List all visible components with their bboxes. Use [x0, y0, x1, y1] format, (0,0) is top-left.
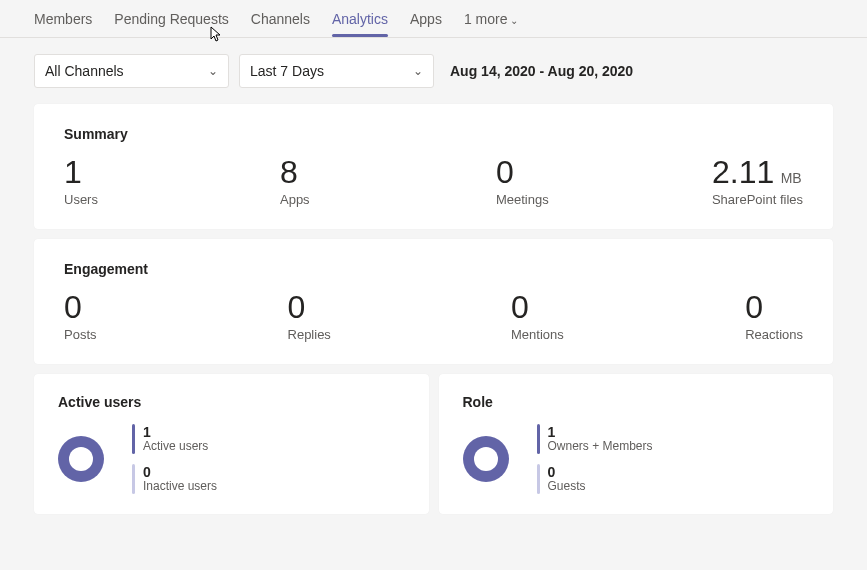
legend-active-label: Active users	[143, 440, 208, 454]
legend-owners-label: Owners + Members	[548, 440, 653, 454]
stat-files-label: SharePoint files	[712, 192, 803, 207]
stat-users-value: 1	[64, 156, 280, 188]
legend-inactive-value: 0	[143, 464, 217, 480]
active-users-card: Active users 1 Active users 0	[34, 374, 429, 514]
date-range-label: Aug 14, 2020 - Aug 20, 2020	[450, 63, 633, 79]
role-card: Role 1 Owners + Members 0	[439, 374, 834, 514]
stat-reactions-label: Reactions	[745, 327, 803, 342]
legend-color-primary	[132, 424, 135, 454]
period-select-value: Last 7 Days	[250, 63, 324, 79]
active-users-donut-chart	[58, 436, 104, 482]
legend-guests-label: Guests	[548, 480, 586, 494]
tab-members[interactable]: Members	[34, 11, 92, 36]
legend-active-value: 1	[143, 424, 208, 440]
channel-select[interactable]: All Channels ⌄	[34, 54, 229, 88]
legend-color-secondary	[537, 464, 540, 494]
stat-apps-label: Apps	[280, 192, 496, 207]
tab-more[interactable]: 1 more⌄	[464, 11, 519, 36]
legend-color-primary	[537, 424, 540, 454]
stat-apps-value: 8	[280, 156, 496, 188]
stat-meetings: 0 Meetings	[496, 156, 712, 207]
chevron-down-icon: ⌄	[510, 15, 518, 26]
stat-mentions-value: 0	[511, 291, 745, 323]
role-donut-chart	[463, 436, 509, 482]
filter-bar: All Channels ⌄ Last 7 Days ⌄ Aug 14, 202…	[0, 38, 867, 104]
legend-inactive: 0 Inactive users	[132, 464, 217, 494]
stat-users: 1 Users	[64, 156, 280, 207]
stat-replies-label: Replies	[288, 327, 512, 342]
stat-files-value: 2.11	[712, 154, 774, 190]
stat-files: 2.11 MB SharePoint files	[712, 156, 803, 207]
engagement-card: Engagement 0 Posts 0 Replies 0 Mentions …	[34, 239, 833, 364]
chevron-down-icon: ⌄	[208, 64, 218, 78]
stat-files-unit: MB	[781, 170, 802, 186]
stat-replies: 0 Replies	[288, 291, 512, 342]
period-select[interactable]: Last 7 Days ⌄	[239, 54, 434, 88]
legend-color-secondary	[132, 464, 135, 494]
channel-select-value: All Channels	[45, 63, 124, 79]
chevron-down-icon: ⌄	[413, 64, 423, 78]
legend-inactive-label: Inactive users	[143, 480, 217, 494]
active-users-title: Active users	[58, 394, 405, 410]
stat-posts: 0 Posts	[64, 291, 288, 342]
legend-owners-value: 1	[548, 424, 653, 440]
summary-card: Summary 1 Users 8 Apps 0 Meetings 2.11 M…	[34, 104, 833, 229]
engagement-title: Engagement	[64, 261, 803, 277]
stat-mentions: 0 Mentions	[511, 291, 745, 342]
tab-channels[interactable]: Channels	[251, 11, 310, 36]
stat-reactions-value: 0	[745, 291, 803, 323]
stat-users-label: Users	[64, 192, 280, 207]
summary-title: Summary	[64, 126, 803, 142]
legend-owners: 1 Owners + Members	[537, 424, 653, 454]
stat-apps: 8 Apps	[280, 156, 496, 207]
tab-bar: Members Pending Requests Channels Analyt…	[0, 0, 867, 38]
legend-active: 1 Active users	[132, 424, 217, 454]
tab-more-label: 1 more	[464, 11, 508, 27]
legend-guests: 0 Guests	[537, 464, 653, 494]
stat-meetings-value: 0	[496, 156, 712, 188]
stat-reactions: 0 Reactions	[745, 291, 803, 342]
stat-meetings-label: Meetings	[496, 192, 712, 207]
stat-replies-value: 0	[288, 291, 512, 323]
stat-mentions-label: Mentions	[511, 327, 745, 342]
tab-analytics[interactable]: Analytics	[332, 11, 388, 36]
role-title: Role	[463, 394, 810, 410]
tab-pending-requests[interactable]: Pending Requests	[114, 11, 228, 36]
tab-apps[interactable]: Apps	[410, 11, 442, 36]
legend-guests-value: 0	[548, 464, 586, 480]
stat-posts-label: Posts	[64, 327, 288, 342]
stat-posts-value: 0	[64, 291, 288, 323]
